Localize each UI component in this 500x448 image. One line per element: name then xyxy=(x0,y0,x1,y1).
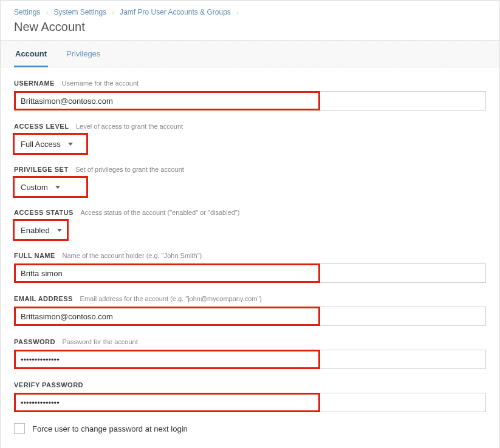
full-name-hint: Name of the account holder (e.g. "John S… xyxy=(62,252,202,259)
tab-bar: Account Privileges xyxy=(1,40,499,67)
breadcrumb-accounts-groups[interactable]: Jamf Pro User Accounts & Groups xyxy=(120,8,231,16)
chevron-right-icon: › xyxy=(108,9,117,16)
password-hint: Password for the account xyxy=(63,338,138,345)
page-header: Settings › System Settings › Jamf Pro Us… xyxy=(1,1,499,40)
password-input[interactable] xyxy=(14,350,486,369)
access-level-value: Full Access xyxy=(21,140,61,149)
email-input[interactable] xyxy=(14,307,486,326)
username-label: USERNAME xyxy=(14,80,55,87)
force-change-label: Force user to change password at next lo… xyxy=(32,424,188,433)
email-label: EMAIL ADDRESS xyxy=(14,295,73,302)
access-level-hint: Level of access to grant the account xyxy=(76,123,183,130)
breadcrumb-settings[interactable]: Settings xyxy=(14,8,40,16)
username-hint: Username for the account xyxy=(62,80,139,87)
privilege-set-hint: Set of privileges to grant the account xyxy=(75,166,184,173)
page-title: New Account xyxy=(14,20,486,34)
new-account-page: Settings › System Settings › Jamf Pro Us… xyxy=(0,0,500,448)
chevron-right-icon: › xyxy=(43,9,52,16)
caret-down-icon xyxy=(68,143,73,146)
breadcrumb-system-settings[interactable]: System Settings xyxy=(53,8,106,16)
privilege-set-value: Custom xyxy=(21,183,48,192)
access-status-hint: Access status of the account ("enabled" … xyxy=(80,209,239,216)
access-status-value: Enabled xyxy=(21,226,50,235)
force-change-checkbox[interactable] xyxy=(14,423,25,434)
tab-privileges[interactable]: Privileges xyxy=(65,41,101,67)
caret-down-icon xyxy=(57,229,62,232)
access-status-select[interactable]: Enabled xyxy=(14,220,67,240)
caret-down-icon xyxy=(55,186,60,189)
breadcrumb: Settings › System Settings › Jamf Pro Us… xyxy=(14,8,486,16)
verify-password-input[interactable] xyxy=(14,393,486,412)
access-status-label: ACCESS STATUS xyxy=(14,209,74,216)
username-input[interactable] xyxy=(14,91,486,110)
access-level-label: ACCESS LEVEL xyxy=(14,123,69,130)
tab-account[interactable]: Account xyxy=(14,41,48,67)
account-form: USERNAME Username for the account ACCESS… xyxy=(1,67,499,448)
privilege-set-label: PRIVILEGE SET xyxy=(14,166,69,173)
chevron-right-icon: › xyxy=(233,9,242,16)
email-hint: Email address for the account (e.g. "joh… xyxy=(80,295,262,302)
verify-password-label: VERIFY PASSWORD xyxy=(14,381,83,389)
password-label: PASSWORD xyxy=(14,338,55,345)
privilege-set-select[interactable]: Custom xyxy=(14,177,87,197)
full-name-input[interactable] xyxy=(14,263,486,283)
access-level-select[interactable]: Full Access xyxy=(14,134,87,154)
full-name-label: FULL NAME xyxy=(14,252,55,259)
